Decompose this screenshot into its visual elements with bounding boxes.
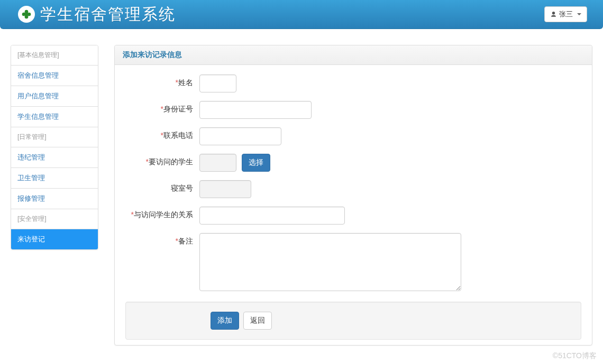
main-area: [基本信息管理] 宿舍信息管理 用户信息管理 学生信息管理 [日常管理] 违纪管…	[0, 29, 603, 346]
sidebar-item-sanitation[interactable]: 卫生管理	[11, 167, 98, 188]
sidebar-group-header-security: [安全管理]	[11, 209, 98, 229]
label-relation: *与访问学生的关系	[125, 207, 199, 220]
form-row-idnum: *身份证号	[125, 101, 581, 119]
content-panel: 添加来访记录信息 *姓名 *身份证号 *联系电话 *要访问的学生 选择	[114, 45, 592, 346]
user-name: 张三	[559, 10, 573, 19]
sidebar-item-user-info[interactable]: 用户信息管理	[11, 86, 98, 106]
label-phone: *联系电话	[125, 127, 199, 141]
form-row-relation: *与访问学生的关系	[125, 207, 581, 225]
caret-down-icon	[577, 13, 581, 15]
input-phone[interactable]	[199, 127, 281, 145]
sidebar-group-header-daily: [日常管理]	[11, 127, 98, 147]
app-title: 学生宿舍管理系统	[40, 4, 176, 25]
form-row-remark: *备注	[125, 233, 581, 291]
brand: 学生宿舍管理系统	[18, 4, 176, 25]
input-remark[interactable]	[199, 233, 461, 291]
input-student[interactable]	[199, 154, 236, 172]
sidebar: [基本信息管理] 宿舍信息管理 用户信息管理 学生信息管理 [日常管理] 违纪管…	[11, 45, 98, 250]
back-button[interactable]: 返回	[243, 312, 272, 330]
user-icon	[550, 11, 557, 18]
sidebar-group-header-basic: [基本信息管理]	[11, 45, 98, 65]
label-idnum: *身份证号	[125, 101, 199, 114]
sidebar-item-repair[interactable]: 报修管理	[11, 188, 98, 209]
label-student: *要访问的学生	[125, 154, 199, 167]
select-student-button[interactable]: 选择	[242, 154, 270, 172]
sidebar-item-discipline[interactable]: 违纪管理	[11, 147, 98, 167]
label-name: *姓名	[125, 74, 199, 88]
input-room[interactable]	[199, 180, 251, 198]
form-row-phone: *联系电话	[125, 127, 581, 145]
sidebar-item-visitor-register[interactable]: 来访登记	[11, 229, 98, 249]
panel-body: *姓名 *身份证号 *联系电话 *要访问的学生 选择 寝室号	[115, 65, 592, 345]
input-relation[interactable]	[199, 207, 345, 225]
panel-title: 添加来访记录信息	[115, 45, 592, 65]
submit-button[interactable]: 添加	[211, 312, 239, 330]
user-menu-button[interactable]: 张三	[544, 6, 587, 22]
clover-logo-icon	[18, 6, 35, 23]
form-row-room: 寝室号	[125, 180, 581, 198]
watermark: ©51CTO博客	[553, 351, 597, 361]
label-remark: *备注	[125, 233, 199, 246]
form-row-student: *要访问的学生 选择	[125, 154, 581, 172]
form-actions: 添加 返回	[125, 302, 581, 340]
input-name[interactable]	[199, 74, 236, 92]
input-idnum[interactable]	[199, 101, 312, 119]
app-header: 学生宿舍管理系统 张三	[0, 0, 603, 29]
form-row-name: *姓名	[125, 74, 581, 92]
sidebar-item-dorm-info[interactable]: 宿舍信息管理	[11, 65, 98, 86]
sidebar-item-student-info[interactable]: 学生信息管理	[11, 106, 98, 127]
label-room: 寝室号	[125, 180, 199, 193]
